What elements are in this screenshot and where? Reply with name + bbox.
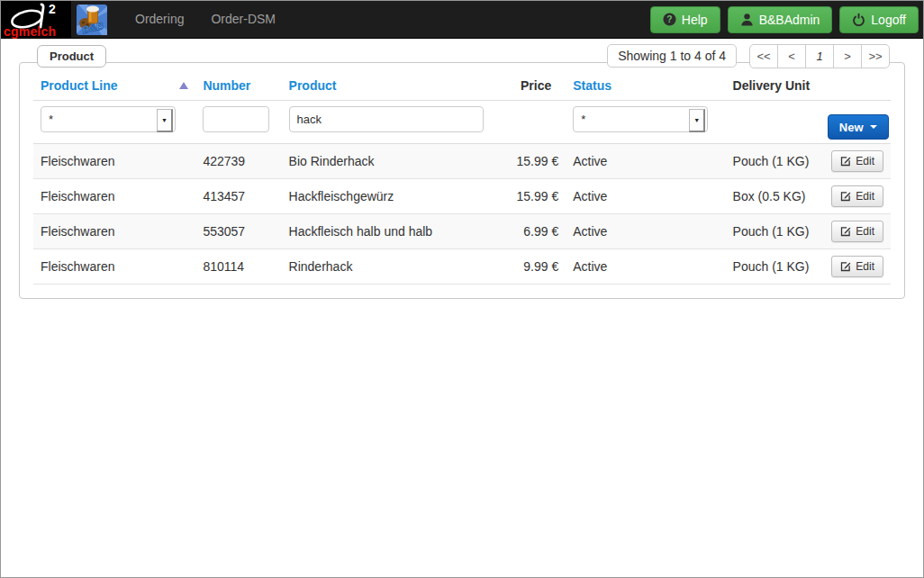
help-button-label: Help (682, 13, 708, 27)
cell-status: Active (566, 249, 725, 284)
number-filter-input[interactable] (203, 106, 269, 132)
tab-product[interactable]: Product (37, 45, 106, 68)
pager-last-button[interactable]: >> (861, 44, 890, 68)
column-header-product[interactable]: Product (282, 74, 508, 101)
pager-current-page[interactable]: 1 (805, 44, 834, 68)
table-row: Fleischwaren 810114 Rinderhack 9.99 € Ac… (33, 249, 891, 284)
edit-button[interactable]: Edit (831, 256, 883, 277)
help-button[interactable]: ? Help (650, 6, 720, 33)
product-line-filter-select[interactable]: * (41, 107, 175, 131)
sort-ascending-icon (179, 82, 188, 89)
edit-button[interactable]: Edit (831, 221, 883, 242)
column-header-delivery-unit: Delivery Unit (726, 74, 820, 101)
cell-price: 9.99 € (507, 249, 566, 284)
table-row: Fleischwaren 553057 Hackfleisch halb und… (33, 214, 891, 249)
new-button[interactable]: New (828, 114, 889, 140)
pagination-bar: Showing 1 to 4 of 4 << < 1 > >> (607, 44, 890, 68)
cell-product-line: Fleischwaren (33, 179, 195, 214)
cell-product: Hackfleischgewürz (282, 179, 508, 214)
navbar-right: ? Help B&BAdmin Logoff (650, 6, 923, 33)
product-filter-input[interactable] (289, 106, 484, 132)
cell-price: 15.99 € (507, 144, 566, 179)
user-icon (740, 13, 754, 26)
pager-first-button[interactable]: << (749, 44, 778, 68)
b-and-b-beer-icon: B&B (77, 5, 107, 35)
cell-status: Active (566, 144, 725, 179)
cell-delivery-unit: Box (0.5 KG) (726, 179, 820, 214)
table-header-row: Product Line Number Product Price Status… (33, 74, 891, 101)
edit-pencil-icon (840, 191, 851, 202)
cell-number: 413457 (195, 179, 281, 214)
filter-row: * (33, 101, 891, 144)
brand-name: cgmelch (4, 24, 56, 39)
cell-status: Active (566, 214, 725, 249)
current-user-button[interactable]: B&BAdmin (728, 6, 833, 33)
edit-button[interactable]: Edit (831, 150, 883, 172)
status-filter-wrap: * (573, 106, 708, 132)
cell-number: 553057 (195, 214, 281, 249)
pager: << < 1 > >> (749, 44, 890, 68)
cell-price: 6.99 € (507, 214, 566, 249)
column-header-status[interactable]: Status (566, 74, 725, 101)
pager-next-button[interactable]: > (833, 44, 862, 68)
cell-product: Rinderhack (282, 249, 508, 284)
chevron-down-icon (870, 125, 877, 129)
column-header-product-line[interactable]: Product Line (33, 74, 195, 101)
edit-pencil-icon (840, 226, 851, 237)
column-header-actions (820, 74, 891, 101)
cell-price: 15.99 € (507, 179, 566, 214)
svg-text:2: 2 (49, 2, 56, 16)
column-header-price: Price (507, 74, 566, 101)
showing-status: Showing 1 to 4 of 4 (607, 44, 737, 68)
logoff-button[interactable]: Logoff (839, 6, 919, 33)
cell-product-line: Fleischwaren (33, 249, 195, 284)
cell-status: Active (566, 179, 725, 214)
question-circle-icon: ? (663, 13, 676, 26)
cell-product: Bio Rinderhack (282, 144, 508, 179)
cell-delivery-unit: Pouch (1 KG) (726, 144, 820, 179)
logoff-button-label: Logoff (871, 13, 906, 27)
delivery-unit-filter-empty-cell (726, 101, 820, 144)
nav-item-ordering[interactable]: Ordering (122, 1, 197, 38)
product-table-wrap: Product Line Number Product Price Status… (20, 63, 904, 298)
edit-pencil-icon (840, 156, 851, 167)
edit-pencil-icon (840, 261, 851, 272)
table-row: Fleischwaren 413457 Hackfleischgewürz 15… (33, 179, 891, 214)
nav-item-order-dsm[interactable]: Order-DSM (197, 1, 289, 38)
cell-delivery-unit: Pouch (1 KG) (726, 214, 820, 249)
status-filter-select[interactable]: * (574, 107, 707, 131)
navbar: 2 cgmelch B&B Ordering Order-DSM (1, 1, 923, 39)
product-panel: Product Showing 1 to 4 of 4 << < 1 > >> (19, 62, 905, 299)
table-row: Fleischwaren 422739 Bio Rinderhack 15.99… (33, 144, 891, 179)
edit-button[interactable]: Edit (831, 185, 883, 207)
cell-product-line: Fleischwaren (33, 144, 195, 179)
new-button-label: New (839, 121, 864, 134)
svg-text:?: ? (666, 14, 672, 24)
cell-product: Hackfleisch halb und halb (282, 214, 508, 249)
power-icon (852, 13, 865, 26)
pager-prev-button[interactable]: < (777, 44, 806, 68)
product-table: Product Line Number Product Price Status… (33, 74, 891, 284)
main-menu: Ordering Order-DSM (122, 1, 289, 38)
app-window: 2 cgmelch B&B Ordering Order-DSM (0, 0, 924, 578)
cell-number: 810114 (195, 249, 281, 284)
current-user-label: B&BAdmin (759, 13, 820, 27)
column-header-number[interactable]: Number (195, 74, 281, 101)
cell-number: 422739 (195, 144, 281, 179)
product-line-filter-wrap: * (41, 106, 176, 132)
cell-product-line: Fleischwaren (33, 214, 195, 249)
brand-logo[interactable]: 2 cgmelch (1, 1, 71, 39)
cell-delivery-unit: Pouch (1 KG) (726, 249, 820, 284)
price-filter-empty-cell (507, 101, 566, 144)
